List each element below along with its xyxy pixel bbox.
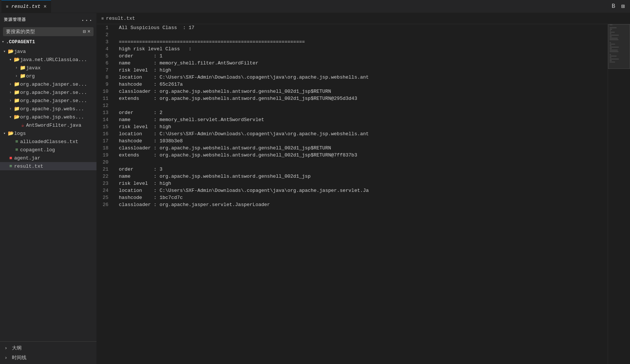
tree-label-10: logs [14, 131, 26, 136]
sidebar-search-bar[interactable]: 要搜索的类型 ⊟ × [3, 27, 94, 36]
code-line-13: order : 2 [119, 109, 608, 116]
sidebar-root-item[interactable]: ▾ .COPAGENT1 [0, 38, 96, 46]
tree-item-5[interactable]: ›📁org.apache.jasper.se... [0, 88, 96, 96]
minimap[interactable] [608, 24, 630, 364]
tree-item-4[interactable]: ›📁org.apache.jasper.se... [0, 80, 96, 88]
bottom-label-0: 大纲 [12, 345, 22, 351]
tree-file-icon-0: 📂 [7, 48, 14, 54]
tree-label-14: result.txt [14, 164, 43, 169]
line-number-16: 16 [97, 130, 111, 137]
tree-item-12[interactable]: ≡copagent.log [0, 146, 96, 154]
tree-item-1[interactable]: ▾📂java.net.URLClassLoa... [0, 56, 96, 64]
sidebar-root-label: .COPAGENT1 [6, 39, 35, 45]
tab-close-button[interactable]: × [44, 4, 47, 9]
line-number-1: 1 [97, 24, 111, 31]
line-number-14: 14 [97, 116, 111, 123]
editor-content[interactable]: 1234567891011121314151617181920212223242… [97, 24, 630, 364]
tree-item-8[interactable]: ▾📂org.apache.jsp.webs... [0, 113, 96, 121]
tree-label-8: org.apache.jsp.webs... [20, 114, 84, 120]
code-line-26: classloader : org.apache.jasper.servlet.… [119, 201, 608, 208]
line-number-21: 21 [97, 166, 111, 173]
minimap-line-23 [610, 57, 611, 58]
main-area: 资源管理器 ... 要搜索的类型 ⊟ × ▾ .COPAGENT1 ▾📂java… [0, 13, 630, 364]
line-number-18: 18 [97, 145, 111, 152]
tree-label-3: org [26, 73, 35, 79]
tree-file-icon-10: 📂 [7, 130, 14, 136]
code-line-2 [119, 31, 608, 38]
code-line-18: classloader : org.apache.jsp.webshells.a… [119, 145, 608, 152]
line-number-9: 9 [97, 81, 111, 88]
tree-chevron-2: › [13, 66, 19, 70]
tree-item-3[interactable]: ›📁org [0, 72, 96, 80]
minimap-line-17 [610, 48, 612, 49]
tab-bar: ≡ result.txt × B ⊞ [0, 0, 630, 13]
code-line-3: ========================================… [119, 38, 608, 45]
code-line-21: order : 3 [119, 166, 608, 173]
split-editor-button[interactable]: ⊞ [620, 2, 626, 11]
minimap-line-5 [610, 30, 611, 31]
code-line-20 [119, 159, 608, 166]
line-number-20: 20 [97, 159, 111, 166]
sidebar-search-close-button[interactable]: × [88, 29, 91, 35]
tree-label-4: org.apache.jasper.se... [20, 82, 87, 87]
tree-chevron-5: › [7, 91, 13, 95]
root-chevron-icon: ▾ [0, 39, 6, 44]
result-tab[interactable]: ≡ result.txt × [1, 0, 51, 13]
tree-chevron-6: › [7, 99, 13, 103]
sidebar-bottom: ›大纲›时间线 [0, 341, 96, 364]
tree-item-13[interactable]: ■agent.jar [0, 154, 96, 162]
minimap-line-9 [610, 36, 612, 37]
minimap-line-21 [610, 54, 611, 55]
code-line-24: location : C:\Users\SXF-Admin\Downloads\… [119, 187, 608, 194]
code-line-4: high risk level Class : [119, 45, 608, 53]
code-lines: All Suspicious Class : 17 ==============… [117, 24, 608, 364]
line-number-24: 24 [97, 187, 111, 194]
sidebar: 资源管理器 ... 要搜索的类型 ⊟ × ▾ .COPAGENT1 ▾📂java… [0, 13, 97, 364]
line-number-8: 8 [97, 74, 111, 81]
sidebar-bottom-item-0[interactable]: ›大纲 [0, 343, 96, 353]
tree-item-9[interactable]: ☕AntSwordFilter.java [0, 121, 96, 129]
tree-item-0[interactable]: ▾📂java [0, 47, 96, 56]
tree-chevron-0: ▾ [1, 49, 7, 54]
line-number-19: 19 [97, 152, 111, 159]
tree-chevron-1: ▾ [7, 57, 13, 62]
sidebar-title: 资源管理器 [4, 17, 26, 22]
tree-item-7[interactable]: ›📁org.apache.jsp.webs... [0, 105, 96, 113]
tree-item-2[interactable]: ›📁javax [0, 64, 96, 72]
tree-item-14[interactable]: ≡result.txt [0, 162, 96, 170]
sidebar-search-text: 要搜索的类型 [6, 28, 82, 35]
b-button[interactable]: B [610, 2, 617, 10]
sidebar-tree: ▾📂java▾📂java.net.URLClassLoa...›📁javax›📁… [0, 46, 96, 341]
editor-area: ≡ result.txt 123456789101112131415161718… [97, 13, 630, 364]
sidebar-filter-icon[interactable]: ⊟ [83, 29, 86, 35]
code-line-10: classloader : org.apache.jsp.webshells.a… [119, 88, 608, 95]
tree-item-6[interactable]: ›📁org.apache.jasper.se... [0, 96, 96, 105]
code-line-19: extends : org.apache.jsp.webshells.antsw… [119, 152, 608, 159]
minimap-content [608, 24, 630, 364]
minimap-line-7 [610, 33, 611, 34]
breadcrumb-file-icon: ≡ [101, 16, 104, 21]
tab-file-icon: ≡ [6, 4, 9, 9]
sidebar-more-button[interactable]: ... [81, 16, 93, 23]
code-line-9: hashcode : 65c2617a [119, 81, 608, 88]
line-number-23: 23 [97, 180, 111, 187]
tree-chevron-7: › [7, 107, 13, 111]
line-number-15: 15 [97, 123, 111, 130]
code-line-25: hashcode : 1bc7cd7c [119, 194, 608, 201]
tree-label-7: org.apache.jsp.webs... [20, 106, 84, 112]
minimap-line-13 [610, 42, 611, 43]
code-line-12 [119, 102, 608, 109]
code-line-17: hashcode : 1038b3e8 [119, 137, 608, 145]
bottom-chevron-0: › [4, 345, 7, 351]
code-line-6: name : memory_shell.filter.AntSwordFilte… [119, 60, 608, 67]
code-line-15: risk level : high [119, 123, 608, 130]
tree-item-11[interactable]: ≡allLoadedClasses.txt [0, 137, 96, 146]
tree-file-icon-2: 📁 [19, 65, 26, 71]
minimap-line-6 [610, 32, 615, 33]
bottom-label-1: 时间线 [12, 354, 26, 361]
tree-item-10[interactable]: ▾📂logs [0, 129, 96, 137]
sidebar-bottom-item-1[interactable]: ›时间线 [0, 353, 96, 363]
line-number-3: 3 [97, 38, 111, 45]
tree-file-icon-9: ☕ [19, 122, 26, 128]
minimap-line-22 [610, 56, 617, 57]
